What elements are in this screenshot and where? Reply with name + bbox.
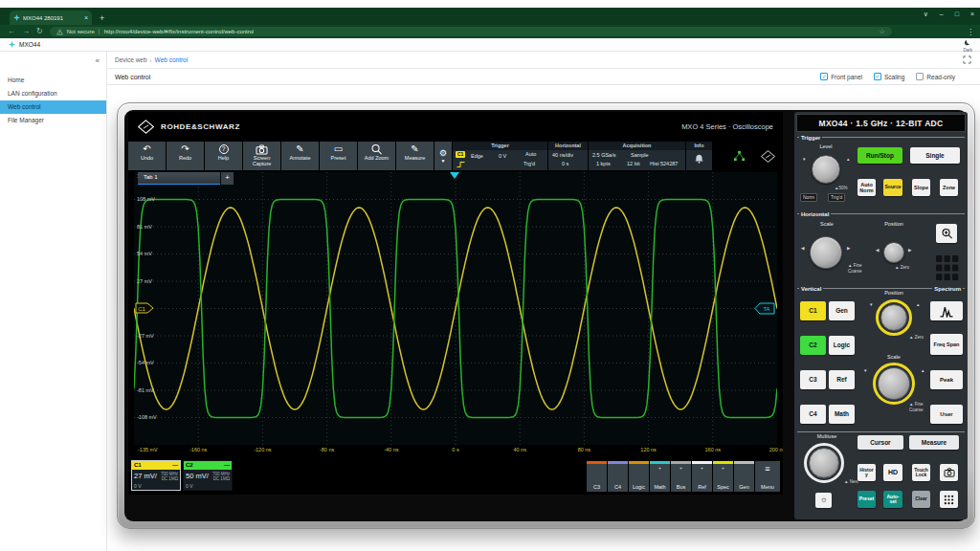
vertical-c2-button[interactable]: C2 — [800, 336, 826, 355]
horizontal-position-knob[interactable] — [883, 242, 904, 263]
toolbar-undo-button[interactable]: ↶Undo — [128, 142, 166, 170]
tab-tab1[interactable]: Tab 1 — [138, 172, 220, 185]
channel1-offset-marker[interactable]: C1 — [135, 302, 154, 314]
window-menu-icon[interactable]: ∨ — [924, 11, 928, 18]
sidebar-list: HomeLAN configurationWeb controlFile Man… — [0, 74, 106, 127]
horizontal-info-panel[interactable]: Horizontal 40 ns/div 0 s — [548, 142, 589, 170]
apps-button[interactable] — [940, 491, 958, 508]
back-icon[interactable]: ← — [8, 27, 15, 36]
signal-button-bus[interactable]: +Bus — [671, 461, 691, 492]
multiuse-knob[interactable] — [804, 443, 844, 483]
window-minimize-icon[interactable]: – — [940, 11, 944, 18]
breadcrumb-current[interactable]: Web control — [155, 56, 189, 63]
touch-lock-button[interactable]: Touch Lock — [912, 464, 930, 481]
history-button[interactable]: History — [858, 464, 876, 481]
hd-button[interactable]: HD — [883, 464, 902, 481]
toolbar-annotate-button[interactable]: ✎Annotate — [281, 142, 319, 170]
signal-button-logic[interactable]: Logic — [629, 461, 649, 492]
vertical-c4-button[interactable]: C4 — [800, 405, 826, 424]
sidebar-item-home[interactable]: Home — [0, 74, 106, 87]
keypad-grid-icon[interactable] — [936, 255, 959, 280]
horizontal-scale-knob[interactable] — [810, 236, 842, 269]
spectrum-button[interactable] — [930, 301, 963, 320]
settings-button[interactable]: ⚙ ▼ — [434, 142, 452, 170]
checkbox-scaling[interactable]: ✓ — [874, 73, 881, 80]
browser-tab[interactable]: MXO44 280191 × — [10, 11, 92, 25]
toolbar-redo-button[interactable]: ↷Redo — [167, 142, 204, 170]
toolbar-screen-capture-button[interactable]: Screen Capture — [243, 142, 280, 170]
vertical-scale-knob[interactable] — [873, 363, 915, 405]
zone-button[interactable]: Zone — [940, 179, 958, 196]
trigger-level-knob[interactable] — [812, 155, 840, 184]
tab-close-icon[interactable]: × — [84, 14, 88, 21]
vertical-ref-button[interactable]: Ref — [829, 370, 855, 389]
clear-button[interactable]: Clear — [912, 491, 930, 508]
cursor-button[interactable]: Cursor — [858, 435, 903, 450]
vertical-math-button[interactable]: Math — [829, 405, 855, 424]
toolbar-help-button[interactable]: ?Help — [205, 142, 242, 170]
bell-icon — [694, 153, 704, 165]
toolbar-preset-button[interactable]: ▭Preset — [320, 142, 357, 170]
intensity-button[interactable]: ☼ — [815, 493, 832, 508]
checkbox-front-panel[interactable]: ✓ — [820, 73, 828, 80]
run-stop-button[interactable]: Run/Stop — [858, 147, 902, 164]
autoset-button[interactable]: Auto-set — [883, 491, 902, 508]
vertical-logic-button[interactable]: Logic — [829, 336, 855, 355]
forward-icon[interactable]: → — [22, 27, 30, 36]
info-panel[interactable]: Info — [686, 142, 713, 170]
screenshot-button[interactable] — [940, 464, 958, 481]
trigger-source-button[interactable]: Source — [883, 179, 902, 196]
address-field[interactable]: Not secure http://mxo4/device-web/#/fix/… — [50, 27, 892, 36]
single-button[interactable]: Single — [910, 147, 960, 164]
signal-button-math[interactable]: +Math — [650, 461, 670, 492]
bookmark-star-icon[interactable]: ☆ — [879, 28, 884, 35]
waveform-display[interactable]: 135 mV108 mV81 mV54 mV27 mV-27 mV-54 mV-… — [134, 172, 777, 445]
window-close-icon[interactable]: × — [970, 11, 974, 18]
signal-button-c4[interactable]: C4 — [608, 461, 628, 492]
toolbar-add-zoom-button[interactable]: Add Zoom — [358, 142, 395, 170]
badge-minimize-icon[interactable]: — — [172, 461, 178, 470]
channel-badge-c1[interactable]: C1—27 mV/700 MHzDC 1MΩ0 V — [131, 460, 181, 491]
badge-minimize-icon[interactable]: — — [224, 461, 230, 470]
peak-button[interactable]: Peak — [930, 370, 963, 389]
vertical-c1-button[interactable]: C1 — [800, 301, 826, 320]
toolbar-measure-button[interactable]: ✎Measure — [396, 142, 434, 170]
sidebar-item-file-manager[interactable]: File Manager — [0, 114, 106, 127]
zoom-button[interactable] — [936, 224, 957, 243]
window-maximize-icon[interactable]: □ — [955, 11, 959, 18]
sidebar-collapse-icon[interactable]: « — [96, 56, 100, 65]
breadcrumb-parent[interactable]: Device web — [115, 56, 147, 63]
sidebar-item-lan-configuration[interactable]: LAN configuration — [0, 87, 106, 100]
signal-button-gen[interactable]: Gen — [734, 461, 754, 492]
fullscreen-icon[interactable] — [963, 55, 971, 64]
signal-button-spec[interactable]: +Spec — [713, 461, 733, 492]
channel-badge-c2[interactable]: C2—50 mV/700 MHzDC 1MΩ0 V — [183, 460, 233, 491]
user-button[interactable]: User — [930, 405, 963, 424]
option-scaling[interactable]: ✓Scaling — [874, 73, 904, 80]
slope-button[interactable]: Slope — [912, 179, 930, 196]
browser-menu-icon[interactable]: ⋮ — [967, 28, 974, 36]
menu-button[interactable]: ≡Menu — [755, 461, 780, 492]
preset-button[interactable]: Preset — [858, 491, 876, 508]
signal-button-c3[interactable]: C3 — [587, 461, 607, 492]
option-read-only[interactable]: Read-only — [916, 73, 955, 80]
checkbox-read-only[interactable] — [916, 73, 924, 80]
trigger-info-panel[interactable]: Trigger C1 Edge 0 V Auto Trg'd — [453, 142, 548, 170]
new-tab-button[interactable]: + — [100, 11, 104, 25]
vertical-c3-button[interactable]: C3 — [800, 370, 826, 389]
trigger-position-marker[interactable] — [450, 172, 459, 179]
auto-norm-button[interactable]: Auto Norm — [858, 179, 876, 196]
trigger-level-marker[interactable]: TA — [754, 302, 775, 315]
vertical-position-knob[interactable] — [876, 299, 912, 336]
vertical-gen-button[interactable]: Gen — [829, 301, 855, 320]
acquisition-info-panel[interactable]: Acquisition 2.5 GSa/s Sample 1 kpts 12 b… — [589, 142, 686, 170]
option-front-panel[interactable]: ✓Front panel — [820, 73, 862, 80]
sidebar: « HomeLAN configurationWeb controlFile M… — [0, 52, 107, 551]
add-tab-button[interactable]: + — [221, 172, 234, 185]
signal-button-ref[interactable]: +Ref — [692, 461, 712, 492]
measure-button[interactable]: Measure — [909, 435, 959, 450]
reload-icon[interactable]: ↻ — [36, 27, 43, 36]
rohde-schwarz-logo-icon — [138, 120, 154, 134]
freq-span-button[interactable]: Freq Span — [930, 334, 963, 355]
sidebar-item-web-control[interactable]: Web control — [0, 100, 106, 114]
